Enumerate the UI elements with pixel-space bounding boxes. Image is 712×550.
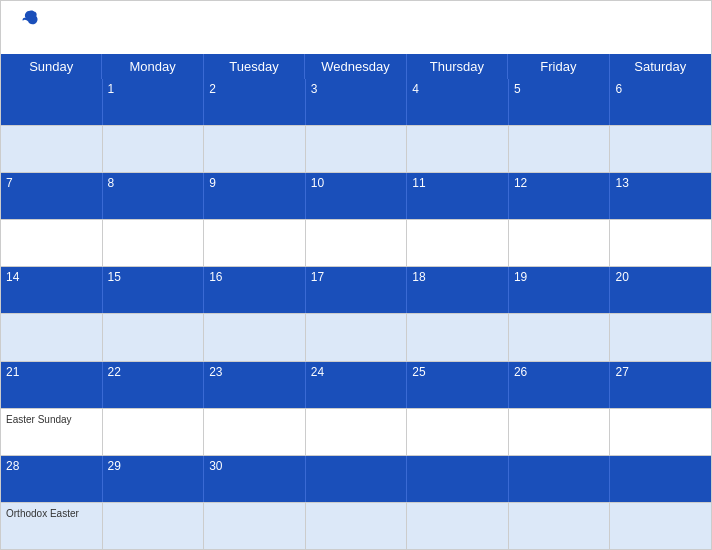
calendar-title bbox=[352, 11, 361, 48]
logo-bird-icon bbox=[21, 9, 39, 31]
week-body-cell bbox=[204, 503, 306, 549]
week-body-cell bbox=[103, 126, 205, 172]
date-number: 2 bbox=[209, 82, 300, 96]
week-header-cell: 5 bbox=[509, 79, 611, 125]
week-body-cell bbox=[306, 126, 408, 172]
calendar-container: SundayMondayTuesdayWednesdayThursdayFrid… bbox=[0, 0, 712, 550]
week-body-cell bbox=[407, 126, 509, 172]
week-header-cell: 3 bbox=[306, 79, 408, 125]
week-header-cell: 6 bbox=[610, 79, 711, 125]
date-number: 28 bbox=[6, 459, 97, 473]
week-header-cell bbox=[306, 456, 408, 502]
week-header-cell: 17 bbox=[306, 267, 408, 313]
week-body-cell bbox=[103, 409, 205, 455]
date-number: 9 bbox=[209, 176, 300, 190]
calendar-rows: 1234567891011121314151617181920212223242… bbox=[1, 79, 711, 549]
date-number: 10 bbox=[311, 176, 402, 190]
week-header-cell: 22 bbox=[103, 362, 205, 408]
week-body-cell bbox=[407, 503, 509, 549]
date-number: 23 bbox=[209, 365, 300, 379]
week-body-2 bbox=[1, 314, 711, 361]
week-body-0 bbox=[1, 126, 711, 173]
date-number: 29 bbox=[108, 459, 199, 473]
week-header-cell: 19 bbox=[509, 267, 611, 313]
logo-area bbox=[17, 9, 39, 31]
week-body-cell: Easter Sunday bbox=[1, 409, 103, 455]
week-body-cell bbox=[407, 409, 509, 455]
week-header-cell: 14 bbox=[1, 267, 103, 313]
day-header-friday: Friday bbox=[508, 54, 609, 79]
week-header-3: 21222324252627 bbox=[1, 362, 711, 409]
week-body-cell bbox=[509, 503, 611, 549]
date-number: 24 bbox=[311, 365, 402, 379]
week-body-cell bbox=[610, 220, 711, 266]
week-header-2: 14151617181920 bbox=[1, 267, 711, 314]
date-number: 1 bbox=[108, 82, 199, 96]
week-header-cell: 12 bbox=[509, 173, 611, 219]
week-body-cell bbox=[509, 220, 611, 266]
date-number: 8 bbox=[108, 176, 199, 190]
date-number: 14 bbox=[6, 270, 97, 284]
day-header-saturday: Saturday bbox=[610, 54, 711, 79]
week-body-cell bbox=[306, 409, 408, 455]
week-header-0: 123456 bbox=[1, 79, 711, 126]
week-header-cell: 27 bbox=[610, 362, 711, 408]
week-header-cell: 29 bbox=[103, 456, 205, 502]
day-header-tuesday: Tuesday bbox=[204, 54, 305, 79]
week-header-cell: 8 bbox=[103, 173, 205, 219]
week-body-cell bbox=[204, 314, 306, 360]
week-header-cell bbox=[1, 79, 103, 125]
day-header-monday: Monday bbox=[102, 54, 203, 79]
date-number: 6 bbox=[615, 82, 706, 96]
date-number: 15 bbox=[108, 270, 199, 284]
week-body-cell bbox=[509, 126, 611, 172]
week-header-cell: 21 bbox=[1, 362, 103, 408]
week-body-cell bbox=[306, 220, 408, 266]
week-body-cell bbox=[509, 314, 611, 360]
date-number: 17 bbox=[311, 270, 402, 284]
week-header-cell: 25 bbox=[407, 362, 509, 408]
week-header-cell: 2 bbox=[204, 79, 306, 125]
week-body-cell bbox=[610, 503, 711, 549]
week-body-cell bbox=[610, 314, 711, 360]
date-number: 25 bbox=[412, 365, 503, 379]
date-number: 3 bbox=[311, 82, 402, 96]
date-number: 22 bbox=[108, 365, 199, 379]
week-header-cell: 1 bbox=[103, 79, 205, 125]
date-number: 11 bbox=[412, 176, 503, 190]
week-body-cell bbox=[103, 503, 205, 549]
date-number: 19 bbox=[514, 270, 605, 284]
week-body-cell bbox=[407, 314, 509, 360]
week-header-cell: 4 bbox=[407, 79, 509, 125]
day-header-thursday: Thursday bbox=[407, 54, 508, 79]
week-header-cell: 23 bbox=[204, 362, 306, 408]
week-header-cell: 18 bbox=[407, 267, 509, 313]
week-body-cell bbox=[610, 126, 711, 172]
week-header-cell: 30 bbox=[204, 456, 306, 502]
date-number: 26 bbox=[514, 365, 605, 379]
week-header-cell: 11 bbox=[407, 173, 509, 219]
week-body-cell bbox=[204, 409, 306, 455]
week-body-cell bbox=[204, 220, 306, 266]
day-header-wednesday: Wednesday bbox=[305, 54, 406, 79]
date-number: 27 bbox=[615, 365, 706, 379]
date-number: 5 bbox=[514, 82, 605, 96]
week-body-cell bbox=[509, 409, 611, 455]
date-number: 7 bbox=[6, 176, 97, 190]
date-number: 16 bbox=[209, 270, 300, 284]
week-body-3: Easter Sunday bbox=[1, 409, 711, 456]
day-headers: SundayMondayTuesdayWednesdayThursdayFrid… bbox=[1, 54, 711, 79]
week-header-cell bbox=[407, 456, 509, 502]
day-header-sunday: Sunday bbox=[1, 54, 102, 79]
date-number: 4 bbox=[412, 82, 503, 96]
week-body-cell: Orthodox Easter bbox=[1, 503, 103, 549]
date-number: 12 bbox=[514, 176, 605, 190]
event-label: Easter Sunday bbox=[6, 414, 97, 425]
week-header-cell: 9 bbox=[204, 173, 306, 219]
calendar-header bbox=[1, 1, 711, 54]
week-body-1 bbox=[1, 220, 711, 267]
week-body-cell bbox=[1, 126, 103, 172]
week-body-cell bbox=[1, 314, 103, 360]
week-header-cell: 15 bbox=[103, 267, 205, 313]
week-header-1: 78910111213 bbox=[1, 173, 711, 220]
